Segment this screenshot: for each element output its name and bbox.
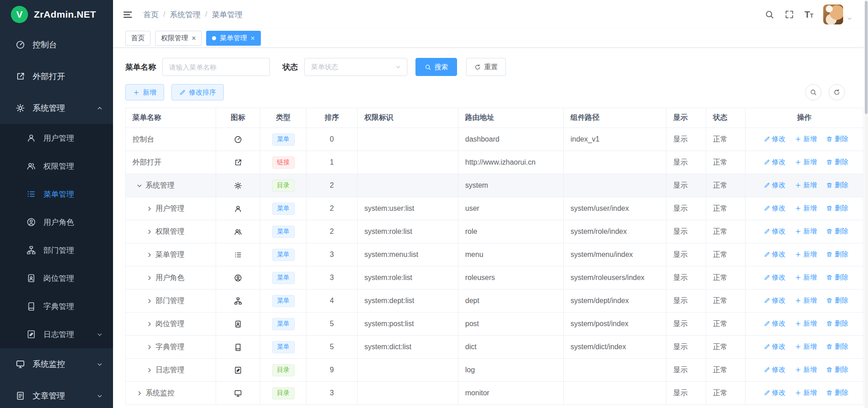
sidebar-item-menu[interactable]: 菜单管理 <box>0 180 113 208</box>
active-tab-dot <box>212 36 216 40</box>
add-link[interactable]: 新增 <box>795 227 817 236</box>
add-link[interactable]: 新增 <box>795 296 817 305</box>
reset-button[interactable]: 重置 <box>466 58 506 76</box>
delete-link[interactable]: 删除 <box>826 365 848 374</box>
delete-link[interactable]: 删除 <box>826 250 848 259</box>
sidebar-item-monitor[interactable]: 系统监控 <box>0 348 113 380</box>
edit-link[interactable]: 修改 <box>764 273 786 282</box>
edit-link[interactable]: 修改 <box>764 365 786 374</box>
edit-link[interactable]: 修改 <box>764 227 786 236</box>
table-search-icon[interactable] <box>805 84 821 100</box>
avatar-caret-icon[interactable] <box>846 15 853 22</box>
hamburger-icon[interactable] <box>122 9 133 20</box>
tab-role[interactable]: 权限管理 × <box>155 31 202 46</box>
visible-cell: 显示 <box>666 382 706 405</box>
tab-menu-active[interactable]: 菜单管理 × <box>206 31 260 46</box>
sidebar-item-article[interactable]: 文章管理 <box>0 380 113 408</box>
edit-link[interactable]: 修改 <box>764 135 786 143</box>
sidebar-item-roleusers[interactable]: 用户角色 <box>0 208 113 236</box>
delete-link[interactable]: 删除 <box>826 319 848 328</box>
delete-link[interactable]: 删除 <box>826 135 848 143</box>
search-button[interactable]: 搜索 <box>415 58 457 76</box>
avatar[interactable] <box>823 5 843 24</box>
delete-link[interactable]: 删除 <box>826 389 848 397</box>
tab-label: 权限管理 <box>161 34 188 43</box>
delete-link[interactable]: 删除 <box>826 204 848 213</box>
tree-toggle-icon[interactable] <box>146 344 153 351</box>
tree-icon <box>26 245 36 255</box>
add-link[interactable]: 新增 <box>795 273 817 282</box>
perm-cell: system:role:list <box>358 220 458 243</box>
add-link[interactable]: 新增 <box>795 319 817 328</box>
edit-link[interactable]: 修改 <box>764 158 786 166</box>
dict-icon <box>234 343 242 351</box>
page-content: 菜单名称 状态 菜单状态 搜索 重置 <box>113 48 868 408</box>
edit-link[interactable]: 修改 <box>764 250 786 259</box>
table-row: 系统监控 目录 3 monitor 显示 正常 修改 新增 删除 <box>126 382 863 405</box>
add-link[interactable]: 新增 <box>795 135 817 143</box>
font-size-icon[interactable]: TT <box>804 9 813 20</box>
edit-link[interactable]: 修改 <box>764 319 786 328</box>
add-link[interactable]: 新增 <box>795 158 817 166</box>
add-link[interactable]: 新增 <box>795 342 817 351</box>
edit-link[interactable]: 修改 <box>764 389 786 397</box>
menu-name-input[interactable] <box>162 58 270 76</box>
search-icon[interactable] <box>764 9 774 19</box>
tree-toggle-icon[interactable] <box>136 182 143 189</box>
chevron-down-icon <box>395 64 401 70</box>
submenu-arrow-icon <box>96 331 103 338</box>
fullscreen-icon[interactable] <box>784 9 794 19</box>
tab-label: 首页 <box>131 34 145 43</box>
sidebar-item-log[interactable]: 日志管理 <box>0 320 113 348</box>
edit-link[interactable]: 修改 <box>764 204 786 213</box>
delete-link[interactable]: 删除 <box>826 227 848 236</box>
tab-label: 菜单管理 <box>220 34 247 43</box>
sidebar-item-post[interactable]: 岗位管理 <box>0 264 113 292</box>
close-icon[interactable]: × <box>250 35 255 42</box>
sidebar-item-user[interactable]: 用户管理 <box>0 124 113 152</box>
tree-toggle-icon[interactable] <box>136 390 143 397</box>
add-link[interactable]: 新增 <box>795 181 817 190</box>
col-component: 组件路径 <box>564 108 666 128</box>
sidebar-item-dept[interactable]: 部门管理 <box>0 236 113 264</box>
tab-home[interactable]: 首页 <box>125 31 151 46</box>
breadcrumb-item-home[interactable]: 首页 <box>143 9 159 20</box>
add-link[interactable]: 新增 <box>795 365 817 374</box>
delete-link[interactable]: 删除 <box>826 158 848 166</box>
tree-toggle-icon[interactable] <box>146 228 153 235</box>
menu-name-label: 菜单名称 <box>125 62 156 72</box>
tree-toggle-icon[interactable] <box>146 321 153 327</box>
app-title: ZrAdmin.NET <box>34 9 96 20</box>
delete-link[interactable]: 删除 <box>826 296 848 305</box>
add-link[interactable]: 新增 <box>795 389 817 397</box>
status-select[interactable]: 菜单状态 <box>304 58 407 76</box>
edit-link[interactable]: 修改 <box>764 342 786 351</box>
edit-sort-button[interactable]: 修改排序 <box>171 84 224 100</box>
tree-toggle-icon[interactable] <box>146 205 153 212</box>
delete-link[interactable]: 删除 <box>826 181 848 190</box>
table-refresh-icon[interactable] <box>829 84 845 100</box>
page-scrollbar[interactable] <box>864 0 868 408</box>
edit-link[interactable]: 修改 <box>764 181 786 190</box>
add-link[interactable]: 新增 <box>795 250 817 259</box>
delete-link[interactable]: 删除 <box>826 342 848 351</box>
tree-toggle-icon[interactable] <box>146 298 153 304</box>
sidebar-item-system[interactable]: 系统管理 <box>0 92 113 124</box>
scrollbar-thumb[interactable] <box>865 1 868 114</box>
sort-cell: 5 <box>307 336 358 359</box>
sidebar-item-label: 岗位管理 <box>43 273 103 284</box>
sidebar-item-role[interactable]: 权限管理 <box>0 152 113 180</box>
sidebar-item-external[interactable]: 外部打开 <box>0 61 113 92</box>
tree-toggle-icon[interactable] <box>146 367 153 374</box>
sidebar-item-label: 菜单管理 <box>43 189 103 199</box>
add-button[interactable]: 新增 <box>125 84 164 100</box>
delete-link[interactable]: 删除 <box>826 273 848 282</box>
close-icon[interactable]: × <box>192 35 196 42</box>
add-link[interactable]: 新增 <box>795 204 817 213</box>
sidebar-item-dict[interactable]: 字典管理 <box>0 292 113 320</box>
breadcrumb-item-system[interactable]: 系统管理 <box>170 9 201 20</box>
sidebar-item-console[interactable]: 控制台 <box>0 29 113 61</box>
edit-link[interactable]: 修改 <box>764 296 786 305</box>
tree-toggle-icon[interactable] <box>146 275 153 281</box>
tree-toggle-icon[interactable] <box>146 251 153 258</box>
